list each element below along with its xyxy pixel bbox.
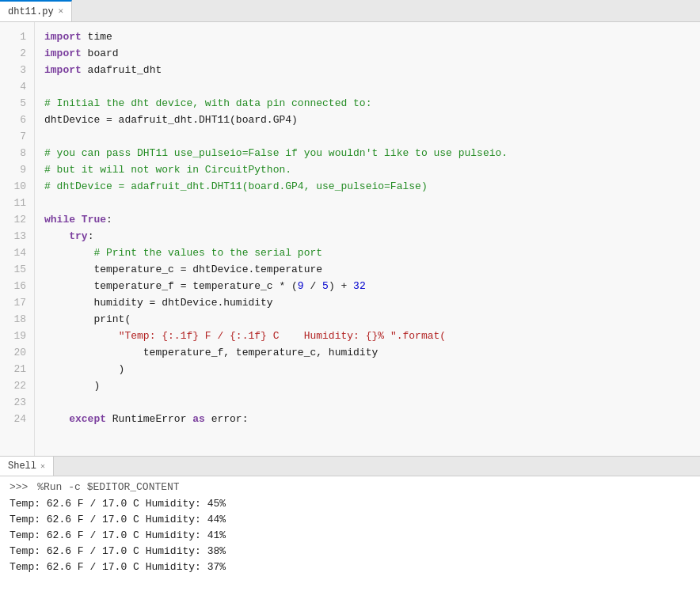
code-line-9: # but it will not work in CircuitPython. [44,161,690,178]
editor-area: 123456789101112131415161718192021222324 … [0,22,700,456]
line-number-21: 21 [8,361,26,377]
shell-command: %Run -c $EDITOR_CONTENT [37,481,179,493]
tab-close-icon[interactable]: ✕ [59,7,64,16]
line-number-19: 19 [8,328,26,344]
line-number-3: 3 [8,62,26,78]
line-number-20: 20 [8,344,26,361]
code-line-8: # you can pass DHT11 use_pulseio=False i… [44,145,690,161]
code-line-4 [44,78,690,95]
code-line-20: temperature_f, temperature_c, humidity [44,344,690,361]
line-number-22: 22 [8,377,26,394]
line-number-18: 18 [8,311,26,328]
code-line-16: temperature_f = temperature_c * (9 / 5) … [44,278,690,294]
line-number-2: 2 [8,45,26,62]
code-line-23 [44,394,690,411]
line-number-5: 5 [8,95,26,112]
shell-output-line: Temp: 62.6 F / 17.0 C Humidity: 41% [10,528,690,544]
line-number-12: 12 [8,211,26,228]
line-number-24: 24 [8,411,26,427]
line-number-6: 6 [8,112,26,128]
code-line-3: import adafruit_dht [44,62,690,78]
shell-tab-label: Shell [8,461,36,472]
code-line-21: ) [44,361,690,377]
line-number-17: 17 [8,294,26,311]
shell-tab-bar: Shell ✕ [0,456,700,476]
code-line-15: temperature_c = dhtDevice.temperature [44,261,690,278]
line-number-11: 11 [8,195,26,211]
code-line-5: # Initial the dht device, with data pin … [44,95,690,112]
code-line-2: import board [44,45,690,62]
file-tab-dht11[interactable]: dht11.py ✕ [0,0,72,21]
line-number-13: 13 [8,228,26,245]
shell-tab[interactable]: Shell ✕ [0,457,54,476]
code-line-17: humidity = dhtDevice.humidity [44,294,690,311]
tab-label: dht11.py [8,6,54,17]
shell-tab-close-icon[interactable]: ✕ [40,461,45,471]
shell-content[interactable]: >>> %Run -c $EDITOR_CONTENT Temp: 62.6 F… [0,476,700,603]
line-number-9: 9 [8,161,26,178]
line-number-23: 23 [8,394,26,411]
code-line-13: try: [44,228,690,245]
shell-output-line: Temp: 62.6 F / 17.0 C Humidity: 38% [10,544,690,559]
code-line-7 [44,128,690,145]
code-line-11 [44,195,690,211]
code-line-22: ) [44,377,690,394]
line-number-16: 16 [8,278,26,294]
shell-output-line: Temp: 62.6 F / 17.0 C Humidity: 44% [10,512,690,528]
code-line-19: "Temp: {:.1f} F / {:.1f} C Humidity: {}%… [44,328,690,344]
editor-tab-bar: dht11.py ✕ [0,0,700,22]
shell-output-line: Temp: 62.6 F / 17.0 C Humidity: 37% [10,559,690,575]
shell-output-line: Temp: 62.6 F / 17.0 C Humidity: 45% [10,496,690,512]
line-number-15: 15 [8,261,26,278]
code-line-14: # Print the values to the serial port [44,245,690,261]
code-content[interactable]: import timeimport boardimport adafruit_d… [35,22,700,456]
code-line-24: except RuntimeError as error: [44,411,690,427]
shell-prompt: >>> %Run -c $EDITOR_CONTENT [10,481,690,493]
line-number-10: 10 [8,178,26,195]
code-line-18: print( [44,311,690,328]
code-line-10: # dhtDevice = adafruit_dht.DHT11(board.G… [44,178,690,195]
code-line-12: while True: [44,211,690,228]
code-line-1: import time [44,28,690,45]
code-container: 123456789101112131415161718192021222324 … [0,22,700,456]
line-number-14: 14 [8,245,26,261]
line-number-4: 4 [8,78,26,95]
code-line-6: dhtDevice = adafruit_dht.DHT11(board.GP4… [44,112,690,128]
line-number-1: 1 [8,28,26,45]
shell-prompt-symbol: >>> [10,481,28,493]
line-number-8: 8 [8,145,26,161]
line-numbers: 123456789101112131415161718192021222324 [0,22,35,456]
shell-output: Temp: 62.6 F / 17.0 C Humidity: 45%Temp:… [10,496,690,575]
line-number-7: 7 [8,128,26,145]
